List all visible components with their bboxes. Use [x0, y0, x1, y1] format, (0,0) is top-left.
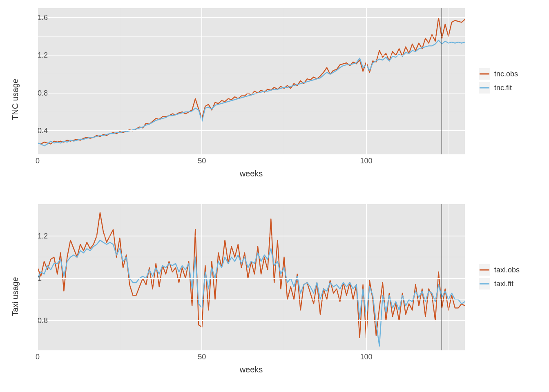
y-tick-label: 0.8	[38, 316, 41, 325]
gridline-y	[38, 93, 465, 94]
gridline-x-minor	[284, 204, 284, 350]
legend-swatch-fit	[479, 278, 490, 290]
gridline-x-minor	[448, 8, 449, 154]
legend-item-tnc-fit: tnc.fit	[479, 81, 540, 95]
y-tick-label: 0.4	[38, 127, 41, 135]
gridline-x	[366, 204, 367, 350]
x-tick-label: 0	[36, 154, 40, 165]
x-tick-label: 100	[360, 154, 373, 165]
x-tick-label: 50	[198, 350, 206, 361]
series-svg-taxi	[38, 204, 465, 350]
legend-label-taxi-fit: taxi.fit	[494, 280, 513, 288]
plot-panel-tnc: 0.40.81.21.6050100	[38, 8, 465, 154]
gridline-x	[366, 8, 367, 154]
gridline-y-minor	[38, 112, 465, 112]
legend-item-taxi-obs: taxi.obs	[479, 263, 544, 277]
legend-item-tnc-obs: tnc.obs	[479, 67, 540, 81]
gridline-y	[38, 278, 465, 279]
legend-swatch-obs	[479, 68, 490, 80]
legend-label-taxi-obs: taxi.obs	[494, 266, 520, 274]
gridline-y	[38, 130, 465, 131]
reference-vline	[442, 8, 442, 154]
gridline-x	[201, 8, 202, 154]
gridline-y	[38, 320, 465, 321]
gridline-x	[37, 8, 38, 154]
gridline-y-minor	[38, 257, 465, 257]
y-tick-label: 1.6	[38, 13, 41, 22]
gridline-y-minor	[38, 74, 465, 74]
y-tick-label: 1.2	[38, 51, 41, 60]
x-axis-label-taxi: weeks	[38, 365, 465, 374]
plot-panel-taxi: 0.811.2050100	[38, 204, 465, 350]
series-svg-tnc	[38, 8, 465, 154]
legend-taxi: taxi.obs taxi.fit	[479, 263, 544, 291]
x-tick-label: 50	[198, 154, 206, 165]
chart-taxi: 0.811.2050100 Taxi usage weeks taxi.obs …	[0, 202, 549, 390]
legend-item-taxi-fit: taxi.fit	[479, 277, 544, 291]
legend-swatch-fit	[479, 82, 490, 94]
chart-tnc: 0.40.81.21.6050100 TNC usage weeks tnc.o…	[0, 6, 549, 194]
y-tick-label: 0.8	[38, 89, 41, 97]
legend-swatch-obs	[479, 264, 490, 276]
y-tick-label: 1.2	[38, 232, 41, 240]
gridline-x	[37, 204, 38, 350]
x-axis-label-tnc: weeks	[38, 169, 465, 178]
series-line-taxi-obs	[38, 213, 465, 338]
reference-vline	[442, 204, 442, 350]
gridline-y-minor	[38, 36, 465, 37]
gridline-x-minor	[120, 204, 120, 350]
legend-label-tnc-fit: tnc.fit	[494, 84, 512, 92]
gridline-x-minor	[448, 204, 449, 350]
x-tick-label: 100	[360, 350, 373, 361]
y-axis-label-taxi: Taxi usage	[11, 277, 20, 316]
gridline-y	[38, 17, 465, 18]
series-line-taxi-fit	[38, 240, 465, 346]
gridline-y-minor	[38, 299, 465, 300]
x-tick-label: 0	[36, 350, 40, 361]
gridline-y	[38, 55, 465, 56]
y-tick-label: 1	[38, 274, 41, 283]
gridline-x-minor	[120, 8, 120, 154]
gridline-x-minor	[284, 8, 284, 154]
legend-tnc: tnc.obs tnc.fit	[479, 67, 540, 95]
legend-label-tnc-obs: tnc.obs	[494, 70, 518, 78]
gridline-y	[38, 236, 465, 236]
y-axis-label-tnc: TNC usage	[11, 79, 20, 120]
gridline-x	[201, 204, 202, 350]
